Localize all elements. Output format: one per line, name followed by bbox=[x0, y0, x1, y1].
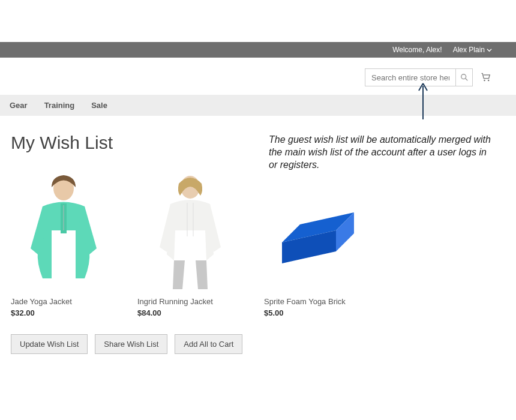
chevron-down-icon bbox=[487, 47, 492, 53]
product-name: Ingrid Running Jacket bbox=[137, 297, 242, 306]
top-bar: Welcome, Alex! Alex Plain bbox=[0, 42, 516, 58]
nav-item-sale[interactable]: Sale bbox=[91, 101, 107, 110]
product-image bbox=[264, 167, 369, 293]
wishlist-actions: Update Wish List Share Wish List Add All… bbox=[11, 334, 505, 354]
search-input[interactable] bbox=[365, 69, 455, 86]
welcome-text: Welcome, Alex! bbox=[392, 46, 442, 54]
update-wishlist-button[interactable]: Update Wish List bbox=[11, 334, 88, 354]
search-icon bbox=[460, 73, 469, 82]
account-name: Alex Plain bbox=[453, 46, 485, 54]
product-price: $5.00 bbox=[264, 308, 369, 317]
annotation-text: The guest wish list will be automaticall… bbox=[269, 134, 491, 171]
product-card[interactable]: Ingrid Running Jacket $84.00 bbox=[137, 167, 242, 317]
product-card[interactable]: Jade Yoga Jacket $32.00 bbox=[11, 167, 116, 317]
product-image bbox=[137, 167, 242, 293]
nav-item-training[interactable]: Training bbox=[44, 101, 75, 110]
svg-point-0 bbox=[461, 74, 466, 79]
share-wishlist-button[interactable]: Share Wish List bbox=[95, 334, 167, 354]
svg-point-2 bbox=[484, 80, 485, 82]
product-name: Sprite Foam Yoga Brick bbox=[264, 297, 369, 306]
header-row bbox=[0, 58, 516, 95]
annotation-arrow-icon bbox=[416, 82, 430, 122]
svg-point-3 bbox=[488, 80, 490, 82]
main-nav: Gear Training Sale bbox=[0, 95, 516, 116]
product-image bbox=[11, 167, 116, 293]
nav-item-gear[interactable]: Gear bbox=[10, 101, 28, 110]
product-price: $84.00 bbox=[137, 308, 242, 317]
account-menu[interactable]: Alex Plain bbox=[453, 46, 492, 54]
add-all-to-cart-button[interactable]: Add All to Cart bbox=[175, 334, 242, 354]
product-price: $32.00 bbox=[11, 308, 116, 317]
cart-icon[interactable] bbox=[480, 71, 492, 83]
product-card[interactable]: Sprite Foam Yoga Brick $5.00 bbox=[264, 167, 369, 317]
search-button[interactable] bbox=[455, 69, 472, 86]
wishlist-products: Jade Yoga Jacket $32.00 Ingrid Running J… bbox=[11, 167, 505, 317]
content-area: My Wish List The guest wish list will be… bbox=[0, 116, 516, 372]
product-name: Jade Yoga Jacket bbox=[11, 297, 116, 306]
svg-line-1 bbox=[465, 79, 467, 81]
